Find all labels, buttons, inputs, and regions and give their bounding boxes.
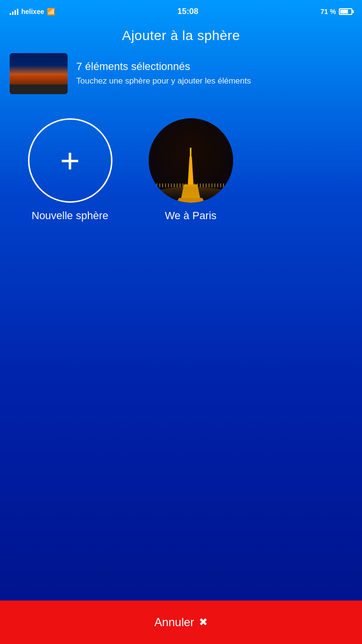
paris-sphere-item[interactable]: We à Paris xyxy=(130,113,251,232)
tower-top xyxy=(188,156,194,185)
plus-icon: + xyxy=(60,144,80,178)
status-right: 71 % xyxy=(320,8,352,15)
water-reflection xyxy=(153,187,228,200)
selection-instruction: Touchez une sphère pour y ajouter les él… xyxy=(76,76,251,86)
page-title: Ajouter à la sphère xyxy=(0,21,362,53)
tower-needle xyxy=(190,148,192,157)
new-sphere-item[interactable]: + Nouvelle sphère xyxy=(10,113,130,232)
spheres-grid: + Nouvelle sphère We à Paris xyxy=(0,109,362,237)
battery-icon xyxy=(339,8,352,15)
battery-percent: 71 % xyxy=(320,8,336,15)
cancel-label-text: Annuler xyxy=(154,616,195,629)
cancel-button[interactable]: Annuler ✖ xyxy=(0,601,362,644)
paris-sphere-circle xyxy=(149,118,233,203)
carrier-label: helixee xyxy=(21,8,44,15)
status-left: helixee 📶 xyxy=(10,8,55,15)
time-label: 15:08 xyxy=(178,7,198,16)
new-sphere-label: Nouvelle sphère xyxy=(32,210,109,222)
wifi-icon: 📶 xyxy=(47,8,55,15)
signal-icon xyxy=(10,8,18,15)
selection-count: 7 éléments sélectionnés xyxy=(76,60,251,73)
status-bar: helixee 📶 15:08 71 % xyxy=(0,0,362,21)
header-text: 7 éléments sélectionnés Touchez une sphè… xyxy=(76,60,251,86)
selection-thumbnail xyxy=(10,53,68,94)
paris-sphere-label: We à Paris xyxy=(165,210,216,222)
new-sphere-circle: + xyxy=(28,118,112,203)
header-info: 7 éléments sélectionnés Touchez une sphè… xyxy=(10,53,352,94)
cancel-x-icon: ✖ xyxy=(199,616,208,629)
